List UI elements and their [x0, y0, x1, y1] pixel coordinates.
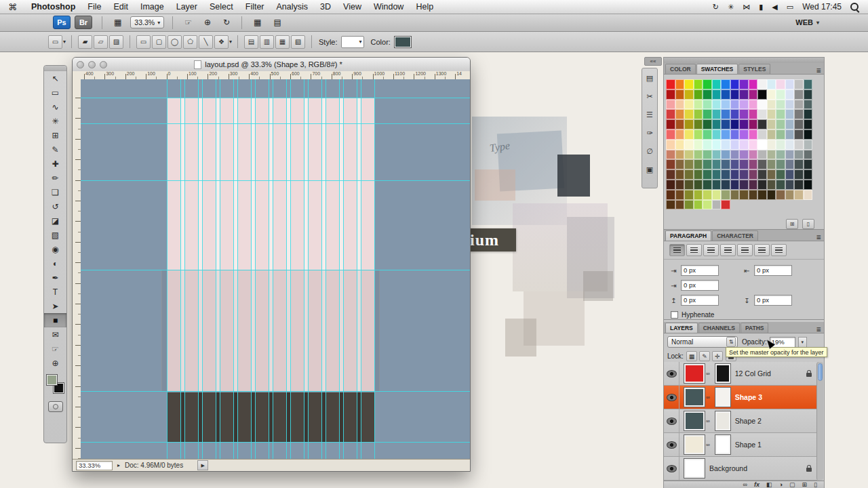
swatch[interactable]	[767, 89, 776, 100]
swatch[interactable]	[721, 129, 730, 140]
swatch[interactable]	[712, 180, 722, 190]
swatch[interactable]	[739, 169, 749, 180]
swatch[interactable]	[776, 169, 785, 180]
swatch[interactable]	[739, 119, 749, 129]
swatch[interactable]	[675, 150, 685, 160]
opacity-dropdown-button[interactable]: ▾	[798, 337, 807, 348]
history-brush-tool[interactable]: ↺	[44, 199, 66, 214]
layer-row[interactable]: ∞12 Col Grid	[664, 362, 817, 386]
menu-3d[interactable]: 3D	[314, 2, 337, 12]
left-indent-field[interactable]: ⇥0 px	[669, 263, 743, 278]
swatch[interactable]	[694, 180, 703, 190]
mask-panel-icon[interactable]: ∅	[643, 144, 656, 158]
swatch[interactable]	[684, 140, 694, 150]
rectangle-tool[interactable]: ■	[44, 313, 66, 327]
mask-thumbnail[interactable]	[715, 363, 731, 384]
swatch[interactable]	[794, 129, 804, 140]
swatch[interactable]	[776, 129, 785, 140]
swatch[interactable]	[785, 190, 795, 200]
dodge-tool[interactable]: ◐	[44, 256, 66, 270]
swatch[interactable]	[703, 150, 712, 160]
menu-analysis[interactable]: Analysis	[271, 2, 315, 12]
visibility-toggle[interactable]	[664, 386, 679, 409]
gradient-tool[interactable]: ▧	[44, 228, 66, 242]
path-selection-tool[interactable]: ➤	[44, 299, 66, 313]
swatch[interactable]	[794, 140, 804, 150]
info-panel-icon[interactable]: ☰	[643, 108, 656, 121]
swatch[interactable]	[721, 100, 730, 110]
hand-tool[interactable]: ☞	[44, 342, 66, 356]
swatch[interactable]	[757, 180, 767, 190]
swatch[interactable]	[730, 79, 740, 89]
healing-brush-tool[interactable]: ✚	[44, 157, 66, 171]
swatch[interactable]	[730, 150, 740, 160]
hyphenate-checkbox[interactable]	[671, 311, 678, 319]
swatch[interactable]	[749, 190, 758, 200]
swatch[interactable]	[703, 159, 712, 169]
guide[interactable]	[81, 123, 470, 124]
swatch[interactable]	[739, 150, 749, 160]
swatch[interactable]	[684, 89, 694, 100]
layer-thumbnail[interactable]	[684, 363, 705, 384]
marquee-tool[interactable]: ▭	[44, 85, 66, 100]
swatch[interactable]	[767, 100, 776, 110]
type-tool[interactable]: T	[44, 285, 66, 299]
visibility-toggle[interactable]	[664, 362, 679, 385]
style-picker[interactable]: ▾	[341, 36, 364, 48]
menu-image[interactable]: Image	[134, 2, 170, 12]
left-indent-field-input[interactable]: 0 px	[681, 265, 719, 276]
swatch[interactable]	[767, 150, 776, 160]
justify-all-button[interactable]	[771, 244, 787, 256]
swatch[interactable]	[675, 79, 685, 89]
swatch[interactable]	[730, 129, 740, 140]
swatch[interactable]	[712, 140, 722, 150]
swatch[interactable]	[712, 169, 722, 180]
quick-mask-button[interactable]	[48, 401, 63, 412]
swatch[interactable]	[785, 169, 795, 180]
custom-shape[interactable]: ❖	[214, 35, 229, 49]
right-indent-field[interactable]: ⇤0 px	[743, 263, 816, 278]
arrange-documents-button[interactable]: ▦	[249, 16, 266, 28]
first-line-indent-field-input[interactable]: 0 px	[681, 280, 719, 291]
swatch[interactable]	[694, 129, 703, 140]
color-chip[interactable]	[394, 36, 412, 48]
swatch[interactable]	[675, 119, 685, 129]
lock-position-icon[interactable]: ✛	[712, 351, 723, 361]
maximize-button[interactable]	[100, 61, 107, 68]
swatch[interactable]	[794, 190, 804, 200]
swatch[interactable]	[794, 159, 804, 169]
polygon-shape[interactable]: ⬠	[183, 35, 197, 49]
visibility-toggle[interactable]	[664, 409, 679, 432]
swatch[interactable]	[675, 140, 685, 150]
swatch[interactable]	[749, 100, 758, 110]
swatch[interactable]	[785, 119, 795, 129]
tab-channels[interactable]: CHANNELS	[698, 323, 740, 333]
combine-subtract[interactable]: ▥	[260, 35, 274, 49]
swatch[interactable]	[666, 140, 675, 150]
swatch[interactable]	[666, 180, 675, 190]
scrollbar-thumb[interactable]	[818, 363, 823, 381]
swatch[interactable]	[721, 79, 730, 89]
swatch[interactable]	[694, 100, 703, 110]
current-tool-icon[interactable]: ▭	[48, 35, 62, 49]
swatch[interactable]	[785, 180, 795, 190]
swatch[interactable]	[804, 119, 813, 129]
ellipse-shape[interactable]: ◯	[167, 35, 182, 49]
swatch[interactable]	[757, 159, 767, 169]
swatch[interactable]	[794, 89, 804, 100]
swatch[interactable]	[785, 109, 795, 119]
add-mask-icon[interactable]: ◧	[766, 481, 772, 488]
swatch[interactable]	[721, 150, 730, 160]
swatch[interactable]	[730, 109, 740, 119]
swatch[interactable]	[675, 190, 685, 200]
swatch[interactable]	[757, 190, 767, 200]
layer-thumbnail[interactable]	[684, 434, 705, 455]
swatch[interactable]	[684, 79, 694, 89]
volume-icon[interactable]: ◀	[772, 3, 777, 12]
menu-layer[interactable]: Layer	[170, 2, 203, 12]
swatch[interactable]	[694, 140, 703, 150]
move-tool[interactable]: ↖	[44, 71, 66, 85]
mask-thumbnail[interactable]	[715, 434, 731, 455]
swatch[interactable]	[749, 180, 758, 190]
swatch[interactable]	[794, 109, 804, 119]
